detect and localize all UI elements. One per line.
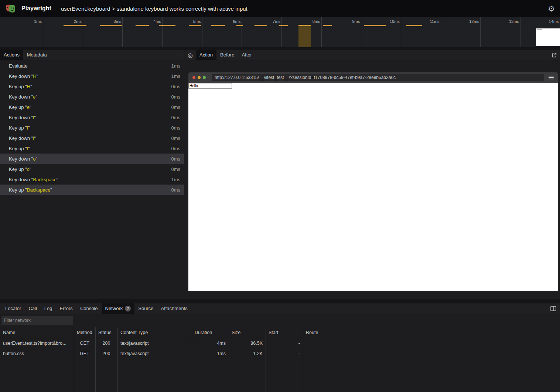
timeline-time-label: 4ms — [153, 19, 161, 24]
timeline-grid-line — [361, 17, 361, 47]
snapshot-page[interactable] — [188, 83, 558, 291]
action-list-item[interactable]: Key up "Backspace" 0ms — [0, 185, 184, 195]
net-col-status[interactable]: Status — [95, 330, 117, 335]
timeline-action-bar[interactable] — [100, 25, 122, 26]
tab-attachments[interactable]: Attachments — [157, 303, 191, 314]
action-list-item[interactable]: Key down "o" 0ms — [0, 154, 184, 164]
snapshot-browser-chrome: http://127.0.0.1:63315/__vitest_test__/?… — [188, 72, 558, 83]
net-duration: 4ms — [192, 341, 229, 346]
timeline-grid-line — [83, 17, 83, 47]
timeline-action-bar[interactable] — [406, 25, 422, 26]
tab-actions[interactable]: Actions — [0, 50, 23, 60]
timeline-time-label: 6ms — [233, 19, 240, 24]
action-list-item[interactable]: Key down "l" 0ms — [0, 112, 184, 123]
action-list-item[interactable]: Key down "l" 0ms — [0, 133, 184, 143]
table-column-separator — [192, 327, 192, 392]
timeline-time-label: 2ms — [74, 19, 82, 24]
timeline-grid-line — [401, 17, 401, 47]
action-duration: 1ms — [171, 177, 180, 182]
timeline-action-bar[interactable] — [159, 25, 175, 26]
tab-call[interactable]: Call — [25, 303, 40, 314]
net-status: 200 — [95, 341, 117, 346]
timeline-selected-action[interactable] — [298, 25, 311, 47]
timeline-action-bar[interactable] — [189, 25, 201, 26]
net-size: 1.2K — [229, 351, 266, 356]
net-method: GET — [74, 351, 95, 356]
tab-network[interactable]: Network2 — [102, 303, 135, 314]
net-col-route[interactable]: Route — [303, 330, 560, 335]
horizontal-splitter[interactable] — [0, 299, 560, 303]
net-start: - — [266, 351, 303, 356]
action-duration: 0ms — [171, 156, 180, 162]
net-col-duration[interactable]: Duration — [192, 330, 229, 335]
action-list-item[interactable]: Key up "l" 0ms — [0, 123, 184, 133]
net-col-content-type[interactable]: Content Type — [117, 330, 192, 335]
timeline-grid-line — [480, 17, 481, 47]
app-header: Playwright userEvent.keyboard > standalo… — [0, 0, 560, 17]
network-table-row[interactable]: userEvent.test.ts?import&bro... GET 200 … — [0, 338, 560, 348]
tab-before[interactable]: Before — [216, 50, 238, 60]
action-duration: 1ms — [171, 73, 180, 79]
details-tabstrip: LocatorCallLogErrorsConsoleNetwork2Sourc… — [0, 303, 560, 314]
timeline-action-bar[interactable] — [211, 25, 225, 26]
action-list-item[interactable]: Evaluate "" 1ms — [0, 61, 184, 71]
action-list-item[interactable]: Key down "Backspace" 1ms — [0, 174, 184, 185]
timeline-grid-line — [321, 17, 322, 47]
pick-locator-target-icon[interactable]: ◎ — [188, 50, 193, 60]
timeline-screenshot-thumbnail[interactable] — [536, 28, 560, 46]
tab-log[interactable]: Log — [41, 303, 56, 314]
timeline-action-bar[interactable] — [236, 25, 243, 26]
timeline-action-bar[interactable] — [323, 25, 332, 26]
details-tabs-mount: LocatorCallLogErrorsConsoleNetwork2Sourc… — [1, 303, 191, 314]
net-col-method[interactable]: Method — [74, 330, 95, 335]
timeline-grid-line — [520, 17, 520, 47]
tab-action[interactable]: Action — [196, 50, 216, 60]
net-duration: 1ms — [192, 351, 229, 356]
tab-console[interactable]: Console — [76, 303, 102, 314]
timeline-action-bar[interactable] — [364, 25, 386, 26]
network-table-row[interactable]: button.css GET 200 text/javascript 1ms 1… — [0, 348, 560, 359]
action-duration: 0ms — [171, 84, 180, 89]
trace-timeline[interactable]: 1ms2ms3ms4ms5ms6ms7ms8ms9ms10ms11ms12ms1… — [0, 17, 560, 47]
timeline-divider — [0, 47, 560, 50]
action-list-item[interactable]: Key down "H" 1ms — [0, 71, 184, 81]
net-col-start[interactable]: Start — [266, 330, 303, 335]
table-column-separator — [266, 327, 266, 392]
action-list-item[interactable]: Key up "o" 0ms — [0, 164, 184, 174]
network-toolbar — [0, 314, 560, 327]
tab-metadata[interactable]: Metadata — [23, 50, 51, 60]
net-method: GET — [74, 341, 95, 346]
timeline-action-bar[interactable] — [255, 25, 267, 26]
action-list-item[interactable]: Key up "l" 0ms — [0, 143, 184, 154]
timeline-time-label: 7ms — [273, 19, 280, 24]
tab-locator[interactable]: Locator — [1, 303, 25, 314]
settings-gear-icon[interactable]: ⚙ — [548, 5, 555, 13]
actions-list: Evaluate "" 1ms Key down "H" 1ms Key up … — [0, 61, 184, 299]
net-col-size[interactable]: Size — [229, 330, 266, 335]
split-columns-icon[interactable] — [550, 306, 556, 311]
network-table: NameMethodStatusContent TypeDurationSize… — [0, 327, 560, 392]
action-list-item[interactable]: Key down "e" 0ms — [0, 92, 184, 102]
timeline-action-bar[interactable] — [136, 25, 149, 26]
playwright-logo-icon — [5, 3, 16, 14]
snapshot-tabstrip: ◎ ActionBeforeAfter — [185, 50, 560, 60]
tab-after[interactable]: After — [238, 50, 255, 60]
open-snapshot-external-icon[interactable] — [552, 52, 557, 58]
tab-source[interactable]: Source — [134, 303, 157, 314]
network-rows-mount: userEvent.test.ts?import&bro... GET 200 … — [0, 338, 560, 359]
action-list-item[interactable]: Key up "H" 0ms — [0, 81, 184, 92]
tab-errors[interactable]: Errors — [56, 303, 76, 314]
action-duration: 1ms — [171, 63, 180, 69]
timeline-grid-line — [281, 17, 282, 47]
net-col-name[interactable]: Name — [0, 330, 74, 335]
tab-count-badge: 2 — [125, 306, 131, 312]
action-duration: 0ms — [171, 115, 180, 120]
timeline-action-bar[interactable] — [279, 25, 288, 26]
traffic-yellow-icon — [198, 76, 201, 79]
action-list-item[interactable]: Key up "e" 0ms — [0, 102, 184, 112]
network-filter-input[interactable] — [1, 316, 73, 325]
action-duration: 0ms — [171, 146, 180, 151]
timeline-action-bar[interactable] — [64, 25, 86, 26]
table-column-separator — [95, 327, 96, 392]
timeline-grid-line — [242, 17, 242, 47]
